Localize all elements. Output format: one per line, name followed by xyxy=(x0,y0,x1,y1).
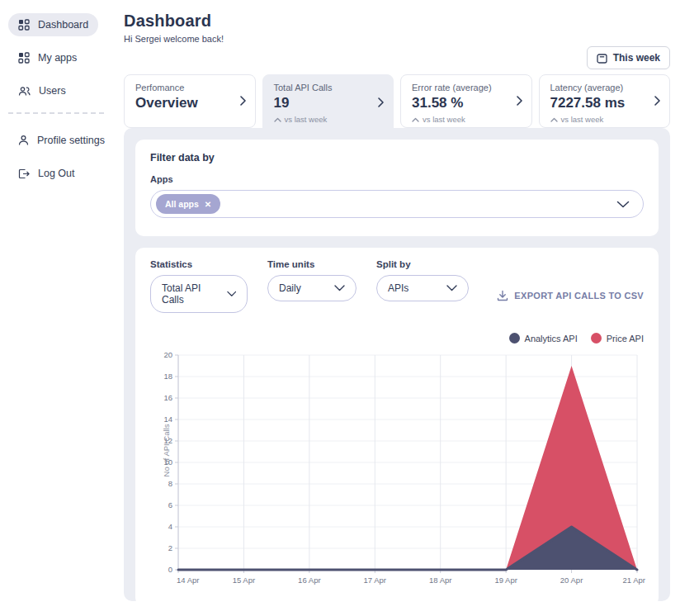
chip-label: All apps xyxy=(165,199,199,209)
svg-text:15 Apr: 15 Apr xyxy=(233,576,255,585)
statistics-control: Statistics Total API Calls xyxy=(150,259,248,313)
logout-icon xyxy=(18,168,30,179)
person-icon xyxy=(18,135,29,146)
week-button-label: This week xyxy=(613,52,660,64)
sidebar-item-profile-settings[interactable]: Profile settings xyxy=(8,129,115,152)
tab-note: vs last week xyxy=(274,115,372,124)
tab-value: Overview xyxy=(135,95,234,111)
sidebar-item-label: Profile settings xyxy=(37,135,105,146)
legend-dot xyxy=(509,333,520,344)
sidebar-item-label: My apps xyxy=(38,52,77,64)
download-icon xyxy=(497,290,508,301)
svg-text:19 Apr: 19 Apr xyxy=(494,576,517,585)
sidebar: Dashboard My apps Users Profile settings… xyxy=(0,0,117,616)
svg-text:2: 2 xyxy=(168,543,172,552)
statistics-label: Statistics xyxy=(150,259,248,269)
export-label: EXPORT API CALLS TO CSV xyxy=(514,291,644,301)
time-units-select[interactable]: Daily xyxy=(267,275,357,301)
chevron-right-icon xyxy=(240,94,246,109)
filter-card: Filter data by Apps All apps ✕ xyxy=(135,140,659,236)
tab-note: vs last week xyxy=(412,115,510,124)
calendar-icon xyxy=(597,53,607,64)
tab-note: vs last week xyxy=(550,115,649,124)
svg-text:14 Apr: 14 Apr xyxy=(177,576,199,585)
tab-value: 7227.58 ms xyxy=(550,95,649,111)
tab-label: Perfomance xyxy=(135,83,234,92)
svg-text:14: 14 xyxy=(163,415,172,424)
dashboard-panel: Filter data by Apps All apps ✕ Statistic… xyxy=(124,128,670,601)
chevron-right-icon xyxy=(378,96,384,111)
svg-text:17 Apr: 17 Apr xyxy=(364,576,386,585)
caret-up-icon xyxy=(550,117,558,122)
export-csv-button[interactable]: EXPORT API CALLS TO CSV xyxy=(497,277,644,313)
svg-text:4: 4 xyxy=(168,522,172,531)
tab-value: 31.58 % xyxy=(412,95,510,111)
chevron-down-icon xyxy=(334,285,345,291)
tab-error-rate[interactable]: Error rate (average) 31.58 % vs last wee… xyxy=(400,74,532,128)
svg-text:21 Apr: 21 Apr xyxy=(623,576,645,585)
svg-text:0: 0 xyxy=(168,565,172,574)
sidebar-item-log-out[interactable]: Log Out xyxy=(8,162,84,185)
split-by-label: Split by xyxy=(376,259,469,269)
page-subtitle: Hi Sergei welcome back! xyxy=(124,34,224,44)
time-units-control: Time units Daily xyxy=(267,259,357,313)
sidebar-divider xyxy=(8,112,104,114)
legend-dot xyxy=(591,333,602,344)
tab-value: 19 xyxy=(274,95,372,111)
tab-performance-overview[interactable]: Perfomance Overview xyxy=(124,74,256,128)
tab-label: Error rate (average) xyxy=(412,83,510,92)
chevron-down-icon xyxy=(227,291,237,297)
svg-text:16 Apr: 16 Apr xyxy=(298,576,320,585)
grid-icon xyxy=(18,52,30,64)
tab-latency[interactable]: Latency (average) 7227.58 ms vs last wee… xyxy=(539,74,671,128)
chevron-down-icon xyxy=(446,285,457,291)
svg-text:8: 8 xyxy=(168,479,172,488)
users-icon xyxy=(18,86,31,97)
main-content: Dashboard Hi Sergei welcome back! This w… xyxy=(117,0,680,616)
sidebar-item-dashboard[interactable]: Dashboard xyxy=(8,13,98,36)
chevron-right-icon xyxy=(517,94,522,109)
svg-text:16: 16 xyxy=(163,393,172,402)
chevron-right-icon xyxy=(654,94,660,109)
stat-tabs: Perfomance Overview Total API Calls 19 v… xyxy=(124,74,670,131)
sidebar-item-label: Dashboard xyxy=(38,19,88,31)
api-calls-area-chart: No of API Calls 0246810121416182014 Apr1… xyxy=(150,348,644,593)
sidebar-item-my-apps[interactable]: My apps xyxy=(8,46,87,69)
apps-filter-input[interactable]: All apps ✕ xyxy=(150,190,644,218)
split-by-control: Split by APIs xyxy=(376,259,469,313)
tab-total-api-calls[interactable]: Total API Calls 19 vs last week xyxy=(262,74,394,131)
chart-legend: Analytics API Price API xyxy=(150,333,644,344)
legend-item-analytics-api: Analytics API xyxy=(509,333,578,344)
tab-label: Total API Calls xyxy=(274,83,372,92)
chevron-down-icon[interactable] xyxy=(616,201,630,208)
apps-label: Apps xyxy=(150,174,644,184)
statistics-card: Statistics Total API Calls Time units Da… xyxy=(135,248,659,606)
split-by-select[interactable]: APIs xyxy=(376,275,469,301)
caret-up-icon xyxy=(412,117,419,122)
svg-text:20: 20 xyxy=(163,350,172,359)
svg-text:18 Apr: 18 Apr xyxy=(429,576,451,585)
svg-text:6: 6 xyxy=(168,500,172,509)
svg-text:20 Apr: 20 Apr xyxy=(560,576,583,585)
svg-text:18: 18 xyxy=(163,372,172,381)
close-icon[interactable]: ✕ xyxy=(205,200,211,209)
statistics-select[interactable]: Total API Calls xyxy=(150,275,248,313)
chart-plot: 0246810121416182014 Apr15 Apr16 Apr17 Ap… xyxy=(150,348,644,593)
this-week-button[interactable]: This week xyxy=(587,46,670,69)
sidebar-item-users[interactable]: Users xyxy=(8,79,76,102)
y-axis-label: No of API Calls xyxy=(162,424,171,477)
time-units-label: Time units xyxy=(267,259,357,269)
legend-item-price-api: Price API xyxy=(591,333,644,344)
page-title: Dashboard xyxy=(124,12,211,31)
grid-icon xyxy=(18,19,30,31)
sidebar-item-label: Log Out xyxy=(38,168,74,179)
tab-label: Latency (average) xyxy=(550,83,649,92)
all-apps-chip[interactable]: All apps ✕ xyxy=(156,194,220,214)
chart-controls: Statistics Total API Calls Time units Da… xyxy=(150,259,644,313)
sidebar-item-label: Users xyxy=(39,85,66,97)
caret-up-icon xyxy=(274,117,281,122)
filter-heading: Filter data by xyxy=(150,152,644,163)
